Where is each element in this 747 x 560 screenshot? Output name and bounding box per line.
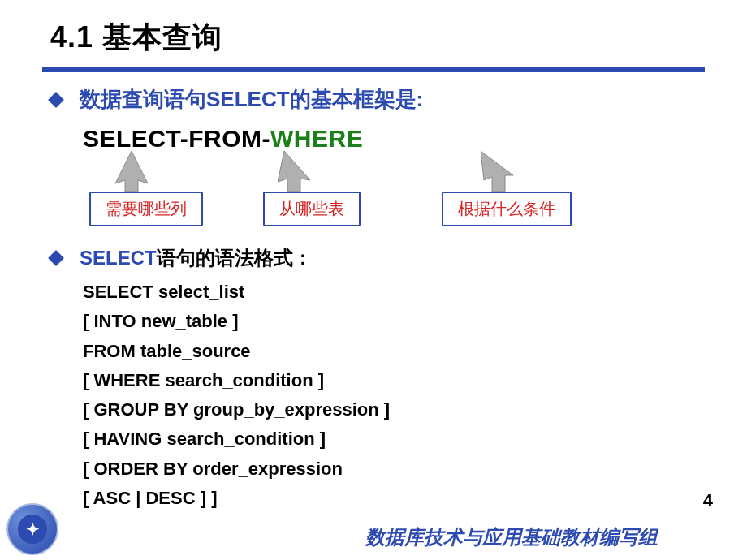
syntax-line: FROM table_source xyxy=(83,337,747,366)
callout-2: 从哪些表 xyxy=(263,192,361,226)
university-logo: ✦ xyxy=(6,503,58,555)
callouts-area: 需要哪些列 从哪些表 根据什么条件 xyxy=(50,153,747,242)
bullet-2: SELECT语句的语法格式： xyxy=(50,245,747,271)
syntax-line: [ INTO new_table ] xyxy=(83,307,747,336)
callout-3: 根据什么条件 xyxy=(442,192,572,226)
svg-marker-0 xyxy=(115,151,148,192)
svg-marker-2 xyxy=(481,151,513,192)
arrow-3-icon xyxy=(481,151,513,192)
logo-inner-circle: ✦ xyxy=(18,515,47,544)
content-area: 数据查询语句SELECT的基本框架是: SELECT-FROM-WHERE 需要… xyxy=(0,72,747,513)
bullet-2-blue: SELECT xyxy=(80,247,157,269)
sfw-green: WHERE xyxy=(270,125,363,152)
select-from-where: SELECT-FROM-WHERE xyxy=(50,125,747,153)
diamond-icon xyxy=(48,250,64,266)
syntax-line: [ ORDER BY order_expression xyxy=(83,454,747,484)
page-number: 4 xyxy=(703,490,713,511)
logo-symbol-icon: ✦ xyxy=(26,519,40,539)
syntax-line: [ HAVING search_condition ] xyxy=(83,424,747,454)
syntax-line: [ ASC | DESC ] ] xyxy=(83,484,747,513)
syntax-line: [ GROUP BY group_by_expression ] xyxy=(83,395,747,424)
diamond-icon xyxy=(48,92,64,108)
bullet-1: 数据查询语句SELECT的基本框架是: xyxy=(50,85,747,114)
syntax-line: [ WHERE search_condition ] xyxy=(83,366,747,395)
syntax-block: SELECT select_list [ INTO new_table ] FR… xyxy=(50,278,747,513)
page-title: 4.1 基本查询 xyxy=(50,18,747,58)
sfw-black: SELECT-FROM- xyxy=(83,125,270,152)
title-section: 4.1 基本查询 xyxy=(0,0,747,58)
logo-outer-ring: ✦ xyxy=(6,503,58,555)
svg-marker-1 xyxy=(278,151,310,192)
bullet-2-text: SELECT语句的语法格式： xyxy=(80,245,313,271)
bullet-1-text: 数据查询语句SELECT的基本框架是: xyxy=(80,85,423,114)
syntax-line: SELECT select_list xyxy=(83,278,747,307)
arrow-1-icon xyxy=(115,151,148,192)
bullet-2-black: 语句的语法格式： xyxy=(157,247,313,269)
arrow-2-icon xyxy=(278,151,310,192)
footer-text: 数据库技术与应用基础教材编写组 xyxy=(365,524,658,550)
callout-1: 需要哪些列 xyxy=(89,192,203,226)
